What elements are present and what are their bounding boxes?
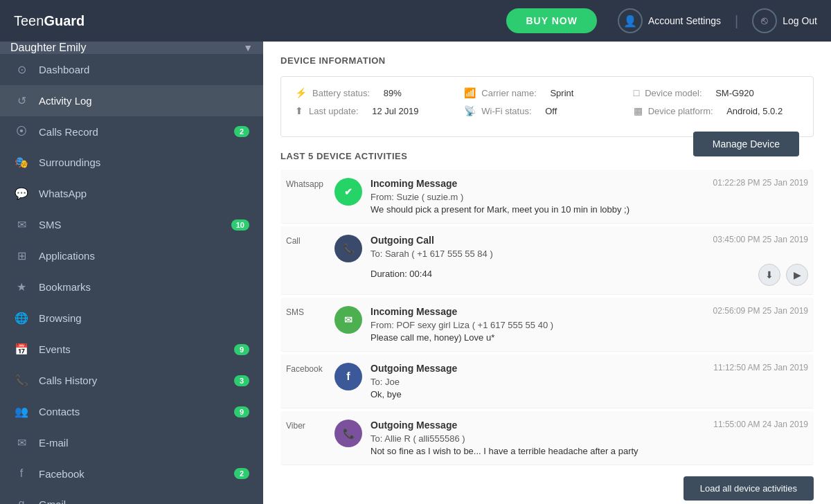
- nav-label-browsing: Browsing: [39, 312, 249, 324]
- last-update-info: ⬆ Last update: 12 Jul 2019: [295, 105, 461, 116]
- sidebar-item-bookmarks[interactable]: ★ Bookmarks: [0, 271, 263, 303]
- nav-label-gmail: Gmail: [39, 498, 249, 505]
- account-settings-item[interactable]: 👤 Account Settings: [618, 8, 721, 33]
- header-actions: 👤 Account Settings | ⎋ Log Out: [618, 8, 817, 33]
- logo-guard: Guard: [44, 13, 84, 28]
- nav-badge-sms: 10: [231, 219, 249, 231]
- activity-content-3: Outgoing Message 11:12:50 AM 25 Jan 2019…: [370, 363, 808, 399]
- download-button-1[interactable]: ⬇: [758, 264, 780, 286]
- content-area: DEVICE INFORMATION ⚡ Battery status: 89%…: [263, 42, 831, 504]
- nav-label-email: E-mail: [39, 437, 249, 449]
- wifi-label: Wi-Fi status:: [481, 106, 531, 116]
- app-logo: TeenGuard: [14, 13, 84, 29]
- activity-source-4: Viber: [286, 420, 334, 431]
- activity-header-3: Outgoing Message 11:12:50 AM 25 Jan 2019: [370, 363, 808, 374]
- activity-content-1: Outgoing Call 03:45:00 PM 25 Jan 2019 To…: [370, 235, 808, 286]
- account-icon: 👤: [618, 8, 643, 33]
- device-model-value: SM-G920: [715, 88, 754, 98]
- activity-source-3: Facebook: [286, 363, 334, 374]
- activity-type-1: Outgoing Call: [370, 235, 434, 246]
- carrier-info: 📶 Carrier name: Sprint: [464, 87, 629, 98]
- wifi-value: Off: [545, 106, 557, 116]
- sidebar-item-sms[interactable]: ✉ SMS 10: [0, 209, 263, 240]
- activity-detail2-1: Duration: 00:44: [370, 269, 432, 279]
- activity-source-1: Call: [286, 235, 334, 246]
- battery-info: ⚡ Battery status: 89%: [295, 87, 461, 98]
- buy-now-button[interactable]: BUY NOW: [506, 8, 596, 33]
- device-model-info: □ Device model: SM-G920: [634, 87, 799, 98]
- activity-row-1: Call 📞 Outgoing Call 03:45:00 PM 25 Jan …: [280, 226, 814, 295]
- device-info-title: DEVICE INFORMATION: [280, 55, 814, 66]
- activity-detail1-2: From: POF sexy girl Liza ( +1 617 555 55…: [370, 320, 808, 330]
- logo-teen: Teen: [14, 13, 44, 28]
- activity-content-2: Incoming Message 02:56:09 PM 25 Jan 2019…: [370, 306, 808, 343]
- load-activities-button[interactable]: Load all device activities: [683, 476, 814, 501]
- nav-list: ⊙ Dashboard ↺ Activity Log ⦿ Calls Recor…: [0, 54, 263, 504]
- device-selector[interactable]: Daughter Emily ▼: [0, 42, 263, 54]
- sidebar-item-calls-history[interactable]: 📞 Calls History 3: [0, 365, 263, 396]
- platform-label: Device platform:: [648, 106, 713, 116]
- activity-detail2-2: Please call me, honey) Love u*: [370, 332, 808, 343]
- play-button-1[interactable]: ▶: [786, 264, 808, 286]
- sidebar-item-browsing[interactable]: 🌐 Browsing: [0, 303, 263, 334]
- account-settings-label: Account Settings: [648, 15, 721, 26]
- carrier-value: Sprint: [550, 88, 573, 98]
- nav-icon-calls-record: ⦿: [14, 125, 29, 138]
- sidebar-item-surroundings[interactable]: 🎭 Surroundings: [0, 147, 263, 178]
- activity-type-3: Outgoing Message: [370, 363, 457, 374]
- sidebar-item-contacts[interactable]: 👥 Contacts 9: [0, 396, 263, 427]
- sidebar-item-calls-record[interactable]: ⦿ Calls Record 2: [0, 116, 263, 147]
- battery-label: Battery status:: [312, 88, 370, 98]
- activity-content-4: Outgoing Message 11:55:00 AM 24 Jan 2019…: [370, 420, 808, 456]
- nav-badge-facebook: 2: [234, 468, 249, 479]
- sidebar-item-facebook[interactable]: f Facebook 2: [0, 458, 263, 489]
- manage-device-button[interactable]: Manage Device: [693, 132, 799, 156]
- activity-detail1-0: From: Suzie ( suzie.m ): [370, 192, 808, 202]
- activity-time-0: 01:22:28 PM 25 Jan 2019: [713, 178, 808, 188]
- last-update-value: 12 Jul 2019: [372, 106, 418, 116]
- activity-detail2-4: Not so fine as I wish to be... I have a …: [370, 446, 808, 456]
- device-info-grid: ⚡ Battery status: 89% 📶 Carrier name: Sp…: [295, 87, 799, 116]
- activity-type-4: Outgoing Message: [370, 420, 457, 431]
- sidebar: Daughter Emily ▼ ⊙ Dashboard ↺ Activity …: [0, 42, 263, 504]
- nav-icon-dashboard: ⊙: [14, 63, 29, 76]
- activities-list: Whatsapp ✔ Incoming Message 01:22:28 PM …: [280, 170, 814, 465]
- activity-icon-2: ✉: [334, 306, 362, 334]
- nav-label-sms: SMS: [39, 219, 222, 231]
- sidebar-item-dashboard[interactable]: ⊙ Dashboard: [0, 54, 263, 85]
- main-container: Daughter Emily ▼ ⊙ Dashboard ↺ Activity …: [0, 42, 831, 504]
- signal-icon: 📶: [464, 87, 476, 98]
- nav-label-dashboard: Dashboard: [39, 64, 249, 75]
- activity-time-1: 03:45:00 PM 25 Jan 2019: [713, 235, 808, 244]
- sidebar-item-events[interactable]: 📅 Events 9: [0, 334, 263, 365]
- platform-value: Android, 5.0.2: [726, 106, 783, 116]
- nav-badge-events: 9: [234, 344, 249, 355]
- chevron-down-icon: ▼: [243, 42, 253, 53]
- device-info-box: ⚡ Battery status: 89% 📶 Carrier name: Sp…: [280, 76, 814, 137]
- nav-icon-calls-history: 📞: [14, 374, 29, 387]
- carrier-label: Carrier name:: [481, 88, 536, 98]
- activity-header-1: Outgoing Call 03:45:00 PM 25 Jan 2019: [370, 235, 808, 246]
- sidebar-item-activity-log[interactable]: ↺ Activity Log: [0, 85, 263, 116]
- header: TeenGuard BUY NOW 👤 Account Settings | ⎋…: [0, 0, 831, 42]
- sidebar-item-gmail[interactable]: g Gmail: [0, 489, 263, 504]
- nav-icon-contacts: 👥: [14, 405, 29, 418]
- nav-icon-sms: ✉: [14, 218, 29, 231]
- activity-detail1-1: To: Sarah ( +1 617 555 55 84 ): [370, 249, 808, 259]
- activity-icon-4: 📞: [334, 420, 362, 447]
- nav-icon-events: 📅: [14, 343, 29, 356]
- logout-label: Log Out: [783, 15, 817, 26]
- activity-detail1-3: To: Joe: [370, 377, 808, 387]
- nav-label-calls-history: Calls History: [39, 375, 224, 386]
- battery-icon: ⚡: [295, 87, 307, 98]
- activity-detail1-4: To: Allie R ( alli555586 ): [370, 433, 808, 444]
- activity-icon-1: 📞: [334, 235, 362, 262]
- sidebar-item-email[interactable]: ✉ E-mail: [0, 427, 263, 458]
- logout-item[interactable]: ⎋ Log Out: [752, 8, 817, 33]
- nav-icon-whatsapp: 💬: [14, 187, 29, 200]
- nav-label-contacts: Contacts: [39, 406, 224, 417]
- header-divider: |: [735, 13, 738, 29]
- sidebar-item-whatsapp[interactable]: 💬 WhatsApp: [0, 178, 263, 209]
- sidebar-item-applications[interactable]: ⊞ Applications: [0, 240, 263, 271]
- nav-icon-bookmarks: ★: [14, 280, 29, 294]
